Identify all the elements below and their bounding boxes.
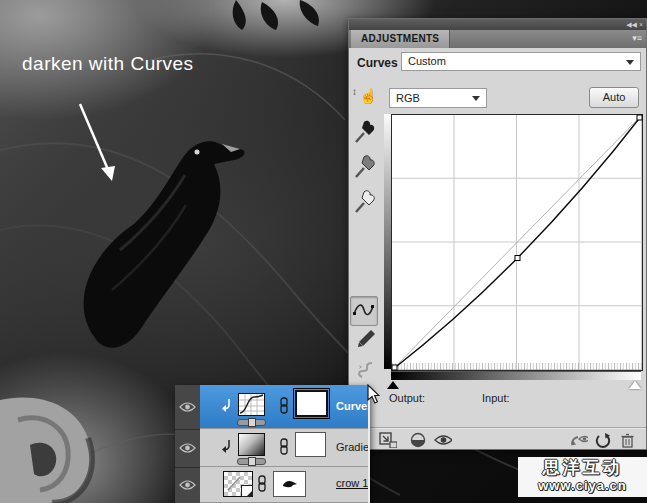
white-point-eyedropper-icon[interactable] xyxy=(353,189,377,215)
channel-value: RGB xyxy=(396,92,420,104)
curve-icon xyxy=(351,297,375,323)
panel-tabrow: ADJUSTMENTS ▾≡ xyxy=(349,30,646,48)
link-icon[interactable] xyxy=(258,475,267,492)
layer-name: Gradient... xyxy=(336,441,370,453)
preset-dropdown[interactable]: Custom xyxy=(401,52,641,71)
watermark: 思洋互动 www.ciya.cn xyxy=(518,457,647,497)
adjustment-slider-widget[interactable] xyxy=(237,419,266,426)
shadow-input-slider[interactable] xyxy=(387,381,399,389)
annotation-text: darken with Curves xyxy=(22,53,194,75)
panel-titlebar[interactable]: ◀◀ × xyxy=(349,19,646,30)
layer-name: Curves 3 xyxy=(336,400,370,412)
visibility-eye-icon[interactable] xyxy=(179,401,196,413)
return-to-list-icon[interactable] xyxy=(379,432,397,448)
layer-row-gradient[interactable]: Gradient... xyxy=(200,429,370,467)
channel-dropdown[interactable]: RGB xyxy=(389,88,487,108)
curve-control-point[interactable] xyxy=(637,115,642,120)
input-gradient-ramp xyxy=(391,371,641,380)
clipping-mask-arrow-icon xyxy=(220,398,233,412)
edit-points-tool[interactable] xyxy=(350,296,378,326)
tab-adjustments[interactable]: ADJUSTMENTS xyxy=(351,30,450,48)
clipping-mask-arrow-icon xyxy=(220,439,233,453)
curve-control-point[interactable] xyxy=(515,256,520,261)
adjustments-panel: ◀◀ × ADJUSTMENTS ▾≡ Curves Custom ↕ ☝ RG… xyxy=(348,18,647,450)
screenshot-root: darken with Curves ◀◀ × ADJUSTMENTS ▾≡ C… xyxy=(0,0,647,503)
curve-control-point[interactable] xyxy=(392,365,397,370)
curves-thumb-icon xyxy=(239,394,264,415)
curve-plot[interactable] xyxy=(392,115,642,370)
cursor-icon xyxy=(366,384,380,405)
pencil-tool-icon[interactable] xyxy=(354,328,376,352)
watermark-name: 思洋互动 xyxy=(518,457,647,479)
curve-grid[interactable] xyxy=(391,114,643,371)
view-previous-state-icon[interactable] xyxy=(570,432,588,448)
chevron-down-icon xyxy=(472,96,480,101)
input-label: Input: xyxy=(482,392,510,404)
panel-menu-icon[interactable]: ▾≡ xyxy=(632,33,642,43)
watermark-url: www.ciya.cn xyxy=(518,479,647,493)
collapse-icon[interactable]: ◀◀ xyxy=(626,21,637,28)
feather-icon xyxy=(233,0,319,30)
ear-shape xyxy=(0,397,92,503)
layer-row-curves3[interactable]: Curves 3 xyxy=(200,385,370,429)
eye-cell[interactable] xyxy=(175,429,200,468)
black-point-eyedropper-icon[interactable] xyxy=(353,119,377,145)
smart-object-badge-icon xyxy=(241,485,253,497)
highlight-input-slider[interactable] xyxy=(629,381,641,389)
gradient-adjustment-thumbnail[interactable] xyxy=(238,433,265,456)
reset-icon[interactable] xyxy=(595,432,613,448)
visibility-eye-icon[interactable] xyxy=(434,432,452,448)
updown-arrows-icon: ↕ xyxy=(352,86,357,97)
panel-divider xyxy=(349,427,646,428)
adjustment-type-label: Curves xyxy=(357,56,398,70)
layer-name: crow 1 xyxy=(336,477,368,489)
trash-icon[interactable] xyxy=(620,432,638,448)
layer-mask-thumbnail[interactable] xyxy=(295,432,326,457)
annotation-arrow xyxy=(80,104,115,181)
eye-cell[interactable] xyxy=(175,467,200,503)
eye-cell[interactable] xyxy=(175,385,200,430)
pointing-hand-icon: ☝ xyxy=(359,87,378,105)
chevron-down-icon xyxy=(626,60,634,65)
link-icon[interactable] xyxy=(280,397,289,414)
output-gradient-ramp xyxy=(384,114,391,369)
clip-to-layer-icon[interactable] xyxy=(410,432,428,448)
visibility-eye-icon[interactable] xyxy=(179,479,196,491)
gray-point-eyedropper-icon[interactable] xyxy=(353,154,377,180)
link-icon[interactable] xyxy=(280,438,289,455)
smooth-curve-icon[interactable] xyxy=(354,359,378,383)
close-icon[interactable]: × xyxy=(639,21,643,28)
layer-mask-thumbnail[interactable] xyxy=(295,390,328,417)
preset-value: Custom xyxy=(408,55,446,67)
layer-row-crow1[interactable]: crow 1 xyxy=(200,467,370,503)
baseline-diagonal xyxy=(392,115,642,370)
crow-thumb-icon xyxy=(274,472,305,496)
layers-panel: Curves 3 Gradient... xyxy=(175,385,370,503)
adjustment-slider-widget[interactable] xyxy=(237,458,266,465)
crow-layer-thumbnail[interactable] xyxy=(273,471,306,497)
output-label: Output: xyxy=(389,392,425,404)
pixel-layer-thumbnail[interactable] xyxy=(223,471,253,497)
targeted-adjustment-tool[interactable]: ↕ ☝ xyxy=(352,85,378,111)
curves-adjustment-thumbnail[interactable] xyxy=(238,393,265,416)
visibility-eye-icon[interactable] xyxy=(179,442,196,454)
auto-button[interactable]: Auto xyxy=(589,87,639,108)
